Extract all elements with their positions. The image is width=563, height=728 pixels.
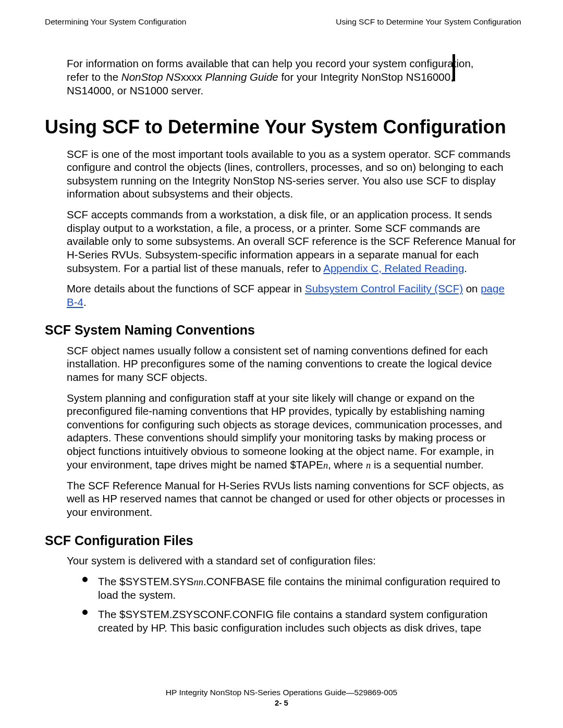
- p6-text-1: The: [67, 479, 88, 491]
- naming-content: SCF object names usually follow a consis…: [67, 344, 516, 519]
- page-footer: HP Integrity NonStop NS-Series Operation…: [0, 687, 563, 708]
- p6-italic: SCF Reference Manual for H-Series RVUs: [88, 479, 290, 491]
- running-headers: Determining Your System Configuration Us…: [45, 17, 521, 27]
- intro-italic-2: Planning Guide: [202, 71, 278, 83]
- intro-italic-1: NonStop NS: [121, 71, 181, 83]
- p5-text-3: is a sequential number.: [371, 459, 484, 471]
- p5-text-2: , where: [328, 459, 366, 471]
- b1-n: nn: [193, 577, 203, 587]
- scf-link[interactable]: Subsystem Control Facility (SCF): [305, 282, 463, 294]
- subheading-naming: SCF System Naming Conventions: [45, 322, 521, 338]
- p3-text-3: .: [83, 296, 87, 308]
- paragraph-1: SCF is one of the most important tools a…: [67, 147, 516, 201]
- list-item: The $SYSTEM.SYSnn.CONFBASE file contains…: [82, 575, 516, 602]
- list-item: The $SYSTEM.ZSYSCONF.CONFIG file contain…: [82, 608, 516, 634]
- change-bar: [452, 54, 455, 81]
- header-left: Determining Your System Configuration: [45, 17, 186, 27]
- b1-text-1: The $SYSTEM.SYS: [98, 575, 193, 587]
- appendix-c-link[interactable]: Appendix C, Related Reading: [323, 262, 464, 274]
- subheading-config-files: SCF Configuration Files: [45, 533, 521, 549]
- bullet-list: The $SYSTEM.SYSnn.CONFBASE file contains…: [82, 575, 516, 635]
- paragraph-4: SCF object names usually follow a consis…: [67, 344, 516, 384]
- paragraph-3: More details about the functions of SCF …: [67, 282, 516, 309]
- header-right: Using SCF to Determine Your System Confi…: [336, 17, 521, 27]
- body-content: SCF is one of the most important tools a…: [67, 147, 516, 309]
- p5-n-2: n: [366, 460, 371, 471]
- paragraph-6: The SCF Reference Manual for H-Series RV…: [67, 479, 516, 519]
- paragraph-7: Your system is delivered with a standard…: [67, 554, 516, 567]
- section-heading: Using SCF to Determine Your System Confi…: [45, 117, 521, 138]
- intro-plain-mid: xxxx: [181, 71, 202, 83]
- footer-line: HP Integrity NonStop NS-Series Operation…: [0, 687, 563, 697]
- paragraph-5: System planning and configuration staff …: [67, 391, 516, 472]
- p5-n-1: n: [323, 460, 328, 471]
- p2-text-3: .: [464, 262, 467, 274]
- p3-text-2: on: [463, 282, 481, 294]
- document-page: Determining Your System Configuration Us…: [0, 0, 563, 728]
- p3-text-1: More details about the functions of SCF …: [67, 282, 305, 294]
- page-number: 2- 5: [0, 698, 563, 708]
- intro-paragraph: For information on forms available that …: [67, 57, 496, 97]
- paragraph-2: SCF accepts commands from a workstation,…: [67, 208, 516, 275]
- config-content: Your system is delivered with a standard…: [67, 554, 516, 635]
